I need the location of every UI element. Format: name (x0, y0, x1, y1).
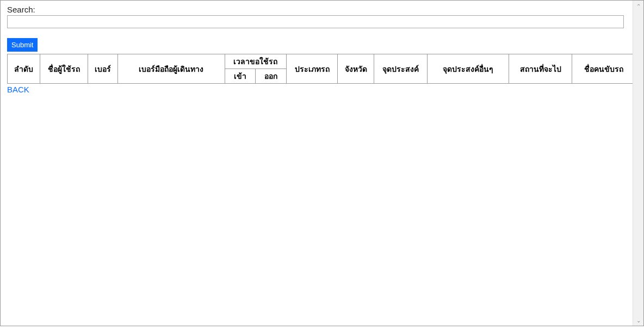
col-time-in: เข้า (225, 69, 255, 84)
results-table: ลำดับ ชื่อผู้ใช้รถ เบอร์ เบอร์มือถือผู้เ… (7, 54, 633, 84)
col-vehicle-type: ประเภทรถ (287, 54, 338, 84)
col-number: เบอร์ (88, 54, 117, 84)
col-destination: สถานที่จะไป (509, 54, 572, 84)
scroll-up-icon[interactable]: ⌃ (633, 1, 644, 11)
col-purpose: จุดประสงค์ (374, 54, 427, 84)
col-driver: ชื่อคนขับรถ (572, 54, 633, 84)
col-time-out: ออก (255, 69, 286, 84)
search-input[interactable] (7, 15, 624, 28)
col-request-time: เวลาขอใช้รถ (225, 54, 287, 69)
search-label: Search: (7, 5, 626, 14)
scrollbar[interactable]: ⌃ ⌄ (633, 1, 643, 326)
scroll-down-icon[interactable]: ⌄ (633, 315, 644, 326)
col-other-purpose: จุดประสงค์อื่นๆ (427, 54, 509, 84)
main-frame: Search: Submit ลำดับ ชื่อผู้ใช้รถ เบอร์ … (0, 0, 644, 326)
back-link[interactable]: BACK (7, 85, 29, 94)
submit-button[interactable]: Submit (7, 38, 38, 52)
col-user: ชื่อผู้ใช้รถ (40, 54, 88, 84)
col-seq: ลำดับ (8, 54, 40, 84)
col-traveler-phone: เบอร์มือถือผู้เดินทาง (117, 54, 225, 84)
content-area: Search: Submit ลำดับ ชื่อผู้ใช้รถ เบอร์ … (1, 1, 633, 326)
col-province: จังหวัด (338, 54, 374, 84)
